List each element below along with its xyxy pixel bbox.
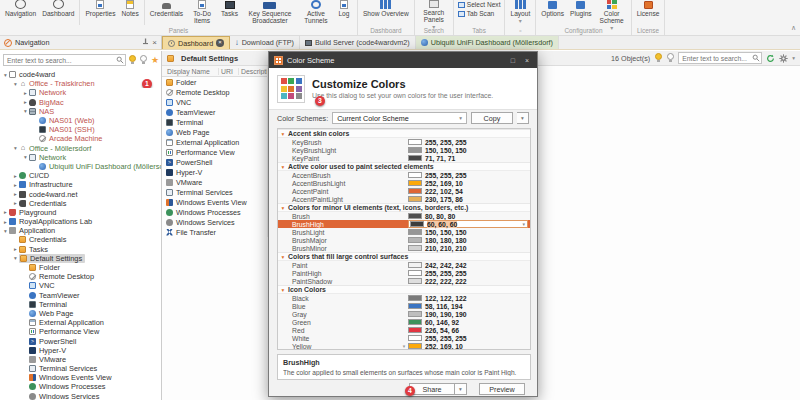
color-row[interactable]: Brush80, 80, 80: [278, 212, 530, 220]
collapse-arrow-icon[interactable]: ▾: [2, 72, 9, 78]
expand-arrow-icon[interactable]: ▸: [12, 246, 19, 252]
sidebar-search-input[interactable]: [3, 54, 126, 66]
tree-item[interactable]: Web Page: [0, 309, 162, 318]
close-dialog-icon[interactable]: ×: [522, 57, 532, 64]
color-value-input[interactable]: 60, 60, 60▾: [408, 220, 528, 228]
tree-item[interactable]: ▾code4ward: [0, 70, 162, 79]
tree-item[interactable]: Arcade Machine: [0, 134, 162, 143]
tree-item[interactable]: ▸CI/CD: [0, 171, 162, 180]
color-row[interactable]: AccentBrushLight252, 169, 10: [278, 179, 530, 187]
tree-item[interactable]: ▾⌂Office - Traiskirchen1: [0, 79, 162, 88]
tree-item[interactable]: ▾Network: [0, 153, 162, 162]
navigation-button[interactable]: Navigation: [2, 0, 39, 27]
tree-item[interactable]: ▸Credentials: [0, 199, 162, 208]
tree-item[interactable]: ▸Network: [0, 88, 162, 97]
column-uri[interactable]: URI: [219, 68, 239, 75]
expand-arrow-icon[interactable]: ▸: [22, 90, 29, 96]
dropdown-arrow-icon[interactable]: ▾: [792, 55, 795, 61]
tab-download-ftp[interactable]: ↓ Download (FTP): [230, 36, 300, 49]
tree-item[interactable]: Terminal Services: [0, 364, 162, 373]
expand-arrow-icon[interactable]: ▸: [12, 182, 19, 188]
color-row[interactable]: PaintHigh255, 255, 255: [278, 269, 530, 277]
tree-item[interactable]: ▸Infrastructure: [0, 180, 162, 189]
table-row[interactable]: VNC: [162, 97, 267, 107]
color-scheme-select[interactable]: Current Color Scheme▾: [332, 112, 467, 124]
tree-item[interactable]: ▸Playground: [0, 208, 162, 217]
tree-item[interactable]: >PowerShell: [0, 336, 162, 345]
column-display-name[interactable]: Display Name: [162, 68, 219, 75]
tree-item[interactable]: NAS01 (SSH): [0, 125, 162, 134]
table-row[interactable]: File Transfer: [162, 227, 267, 237]
collapse-arrow-icon[interactable]: ▾: [12, 81, 19, 87]
tree-item[interactable]: VMware: [0, 355, 162, 364]
table-row[interactable]: Performance View: [162, 147, 267, 157]
column-description[interactable]: Description: [239, 68, 267, 75]
table-row[interactable]: Windows Events View: [162, 197, 267, 207]
color-row[interactable]: KeyBrush255, 255, 255: [278, 138, 530, 146]
tree-item[interactable]: TeamViewer: [0, 291, 162, 300]
expand-arrow-icon[interactable]: ▸: [2, 219, 9, 225]
expand-arrow-icon[interactable]: ▸: [12, 191, 19, 197]
license-button[interactable]: License: [634, 0, 663, 27]
table-row[interactable]: Windows Processes: [162, 207, 267, 217]
todo-items-button[interactable]: To-Do Items: [186, 0, 218, 27]
tab-dashboard[interactable]: Dashboard ×: [162, 36, 230, 49]
bulb-on-icon[interactable]: [129, 55, 137, 66]
color-row[interactable]: AccentPaintLight230, 175, 86: [278, 195, 530, 203]
color-row[interactable]: AccentBrush255, 255, 255: [278, 171, 530, 179]
dashboard-search-input[interactable]: [678, 52, 762, 64]
options-button[interactable]: Options: [538, 0, 567, 27]
table-row[interactable]: Terminal: [162, 117, 267, 127]
bulb-off-icon[interactable]: [140, 55, 148, 66]
table-row[interactable]: >PowerShell: [162, 157, 267, 167]
color-scheme-button[interactable]: Color Scheme▾: [595, 0, 629, 27]
color-section-header[interactable]: ▾Active color used to paint selected ele…: [278, 162, 530, 171]
color-row[interactable]: BrushMajor180, 180, 180: [278, 236, 530, 244]
color-row-selected[interactable]: BrushHigh60, 60, 60▾: [278, 220, 530, 228]
table-row[interactable]: TeamViewer: [162, 107, 267, 117]
tree-item[interactable]: Remote Desktop: [0, 272, 162, 281]
pin-icon[interactable]: [142, 38, 149, 47]
color-section-header[interactable]: ▾Colors for minor UI elements (text, ico…: [278, 203, 530, 212]
tree-item[interactable]: External Application: [0, 318, 162, 327]
help-window-icon[interactable]: □: [508, 57, 518, 64]
expand-arrow-icon[interactable]: ▸: [2, 209, 9, 215]
color-row[interactable]: KeyPaint71, 71, 71: [278, 154, 530, 162]
collapse-arrow-icon[interactable]: ▾: [12, 255, 19, 261]
tasks-button[interactable]: Tasks: [218, 0, 241, 27]
tree-item[interactable]: Hyper-V: [0, 346, 162, 355]
expand-arrow-icon[interactable]: ▸: [12, 173, 19, 179]
expand-arrow-icon[interactable]: ▸: [12, 200, 19, 206]
notes-button[interactable]: Notes: [118, 0, 141, 27]
collapse-arrow-icon[interactable]: ▾: [12, 145, 19, 151]
tree-item[interactable]: Ubiquiti UniFi Dashboard (Möllersdorf): [0, 162, 162, 171]
share-button[interactable]: Share: [409, 383, 455, 395]
color-row[interactable]: BrushMinor210, 210, 210: [278, 244, 530, 252]
dashboard-button[interactable]: Dashboard: [39, 0, 77, 27]
favorites-star-icon[interactable]: ★: [151, 55, 159, 65]
bulb-off-icon[interactable]: [666, 53, 674, 64]
bulb-on-icon[interactable]: [654, 53, 662, 64]
tree-item[interactable]: ▾⌂Office - Möllersdorf: [0, 144, 162, 153]
table-row[interactable]: Folder: [162, 77, 267, 87]
select-next-button[interactable]: Select Next: [458, 1, 501, 8]
tree-item[interactable]: Windows Events View: [0, 373, 162, 382]
color-row[interactable]: KeyBrushLight150, 150, 150: [278, 146, 530, 154]
close-tab-icon[interactable]: ×: [216, 39, 224, 47]
tree-item[interactable]: VNC: [0, 281, 162, 290]
plugins-button[interactable]: Plugins: [567, 0, 595, 27]
color-row[interactable]: Red226, 54, 66: [278, 326, 530, 334]
credentials-button[interactable]: Credentials: [147, 0, 186, 27]
color-section-header[interactable]: ▾Icon Colors: [278, 285, 530, 294]
log-button[interactable]: Log: [333, 0, 355, 27]
color-row[interactable]: Green60, 146, 92: [278, 318, 530, 326]
tab-scan-button[interactable]: Tab Scan: [458, 10, 501, 17]
table-row[interactable]: Windows Services: [162, 217, 267, 227]
table-row[interactable]: Remote Desktop: [162, 87, 267, 97]
color-row[interactable]: BrushLight150, 150, 150: [278, 228, 530, 236]
preview-button[interactable]: Preview: [479, 383, 525, 395]
color-row[interactable]: Paint242, 242, 242: [278, 261, 530, 269]
tab-build-server[interactable]: Build Server (code4wardvm2): [300, 36, 416, 49]
collapse-arrow-icon[interactable]: ▾: [22, 108, 29, 114]
copy-dropdown-arrow-icon[interactable]: ▾: [517, 112, 529, 124]
